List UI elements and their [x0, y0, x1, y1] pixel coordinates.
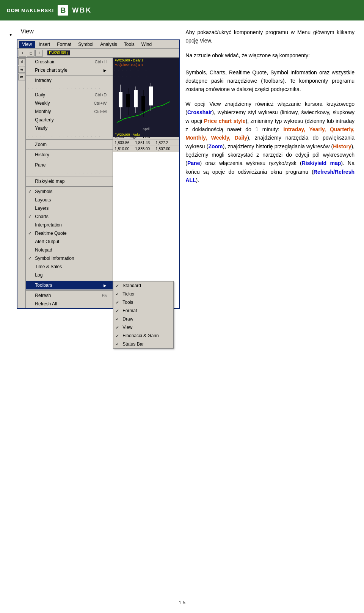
separator-1	[26, 75, 113, 75]
menu-item-weekly[interactable]: Weekly Ctrl+W	[26, 99, 113, 107]
crosshair-label: Crosshair	[35, 59, 54, 64]
menu-item-crosshair[interactable]: Crosshair Ctrl+H	[26, 58, 113, 66]
para3-mid4: ), znajdziemy historię przeglądania wykr…	[223, 143, 333, 149]
sub-item-standard[interactable]: ✓ Standard	[113, 281, 173, 290]
menu-bar-wind[interactable]: Wind	[138, 41, 155, 48]
layers-label: Layers	[35, 206, 49, 211]
menu-item-price-chart-style[interactable]: Price chart style ▶	[26, 66, 113, 74]
toolbar-btn-3[interactable]: i	[35, 50, 43, 57]
sub-item-status-bar[interactable]: ✓ Status Bar	[113, 340, 173, 348]
price-chart-style-highlight: Price chart style	[204, 118, 246, 124]
menu-bar-symbol[interactable]: Symbol	[75, 41, 96, 48]
side-btn-d[interactable]: d	[18, 58, 25, 65]
chart-fw20-title: FW20U09 - Daily 2	[113, 58, 179, 63]
candlestick-svg	[113, 81, 179, 126]
menu-item-refresh-all[interactable]: Refresh All	[26, 300, 113, 308]
separator-2	[26, 139, 113, 140]
menu-item-layers[interactable]: Layers	[26, 204, 113, 212]
sub-item-tools[interactable]: ✓ Tools	[113, 298, 173, 306]
menu-item-charts[interactable]: ✓ Charts	[26, 212, 113, 221]
menu-item-zoom[interactable]: Zoom	[26, 140, 113, 149]
quarterly-label: Quarterly	[35, 117, 53, 123]
menu-item-monthly[interactable]: Monthly Ctrl+M	[26, 107, 113, 116]
status-bar-check: ✓	[116, 342, 119, 347]
menu-item-intraday[interactable]: Intraday	[26, 76, 113, 85]
view-label: View	[20, 28, 180, 35]
sub-item-fibonacci[interactable]: ✓ Fibonacci & Gann	[113, 332, 173, 340]
svg-rect-9	[149, 86, 153, 105]
pane-highlight: Pane	[187, 160, 200, 166]
sub-item-format[interactable]: ✓ Format	[113, 306, 173, 315]
menu-item-realtime-quote[interactable]: ✓ Realtime Quote	[26, 229, 113, 237]
toolbars-submenu: ✓ Standard ✓ Ticker ✓ To	[113, 281, 174, 349]
svg-rect-1	[119, 92, 122, 107]
symbol-info-check: ✓	[28, 256, 31, 261]
yearly-label: Yearly	[35, 126, 47, 131]
side-toolbar: d w m	[17, 58, 26, 308]
svg-rect-3	[126, 94, 130, 107]
monthly-label: Monthly	[35, 109, 51, 114]
menu-item-layouts[interactable]: Layouts	[26, 196, 113, 204]
data-high-val2: 1,835.00	[135, 147, 150, 151]
menu-bar-insert[interactable]: Insert	[36, 41, 53, 48]
separator-8	[26, 290, 113, 291]
ticker-check: ✓	[116, 292, 119, 297]
svg-rect-5	[134, 90, 138, 107]
menu-item-interpretation[interactable]: Interpretation	[26, 221, 113, 229]
page-number: 1 5	[179, 600, 185, 605]
para2-prefix: Na zrzucie obok widać, że włączone są ko…	[185, 52, 310, 58]
data-low-val: 1,827.2	[155, 141, 168, 145]
menu-item-log[interactable]: Log	[26, 271, 113, 279]
logo-b: B	[58, 5, 68, 16]
menu-item-refresh[interactable]: Refresh F5	[26, 291, 113, 300]
view-check: ✓	[116, 325, 119, 330]
toolbar-btn-1[interactable]: +	[19, 50, 26, 57]
menu-item-time-sales[interactable]: Time & Sales	[26, 262, 113, 271]
menu-item-pane[interactable]: Pane	[26, 161, 113, 169]
draw-check: ✓	[116, 317, 119, 322]
menu-item-notepad[interactable]: Notepad	[26, 246, 113, 254]
history-label: History	[35, 152, 49, 157]
sub-item-view[interactable]: ✓ View	[113, 323, 173, 332]
menu-bar-view[interactable]: View	[19, 41, 35, 48]
data-open-val: 1,833.86	[115, 141, 129, 145]
menu-bar-format[interactable]: Format	[54, 41, 74, 48]
price-chart-style-arrow: ▶	[104, 68, 107, 72]
menu-item-alert-output[interactable]: Alert Output	[26, 237, 113, 246]
monthly-shortcut: Ctrl+M	[94, 109, 107, 114]
header: DOM MAKLERSKI B WBK	[0, 0, 364, 20]
chart-fw20-volume: FW20U09 - Volur	[113, 132, 179, 137]
toolbar-btn-2[interactable]: ◻	[27, 50, 35, 57]
paragraph-2: Na zrzucie obok widać, że włączone są ko…	[185, 51, 355, 94]
sub-item-ticker[interactable]: ✓ Ticker	[113, 290, 173, 298]
footer: 1 5	[0, 592, 364, 613]
menu-item-history[interactable]: History	[26, 151, 113, 159]
separator-4	[26, 160, 113, 160]
toolbars-label: Toolbars	[35, 283, 52, 288]
fibonacci-label: Fibonacci & Gann	[122, 333, 158, 338]
menu-bar-tools[interactable]: Tools	[121, 41, 138, 48]
data-high-val: 1,851.43	[135, 141, 150, 145]
chart-top: FW20U09 - Daily 2 MA(Close,100) = 1 . . …	[113, 58, 179, 134]
side-btn-w[interactable]: w	[18, 66, 25, 73]
menu-bar-analysis[interactable]: Analysis	[97, 41, 120, 48]
time-sales-label: Time & Sales	[35, 264, 62, 269]
menu-item-quarterly[interactable]: Quarterly	[26, 116, 113, 124]
menu-item-symbol-information[interactable]: ✓ Symbol Information	[26, 254, 113, 262]
symbols-check: ✓	[28, 189, 31, 194]
menu-item-daily[interactable]: Daily Ctrl+D	[26, 91, 113, 99]
menu-item-yearly[interactable]: Yearly	[26, 124, 113, 132]
charts-check: ✓	[28, 214, 31, 219]
menu-item-symbols[interactable]: ✓ Symbols	[26, 187, 113, 196]
sub-item-draw[interactable]: ✓ Draw	[113, 315, 173, 323]
alert-output-label: Alert Output	[35, 239, 59, 244]
menu-item-toolbars[interactable]: Toolbars ▶ ✓ Standard ✓	[26, 281, 113, 289]
standard-label: Standard	[122, 283, 141, 288]
side-btn-m[interactable]: m	[18, 74, 25, 80]
ticker-label: Ticker	[122, 291, 135, 297]
notepad-label: Notepad	[35, 247, 52, 253]
main-content: • View View Insert Format Symbol Analysi…	[0, 20, 364, 580]
menu-item-risk-yield[interactable]: Risk/yield map	[26, 177, 113, 185]
crosshair-shortcut: Ctrl+H	[95, 60, 107, 64]
candlestick-area	[113, 81, 179, 126]
